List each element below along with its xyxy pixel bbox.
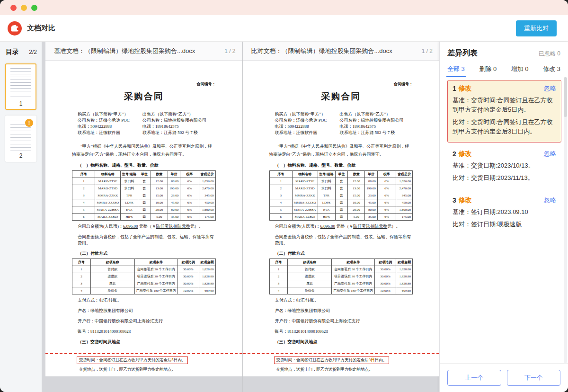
cell: 2 [269, 273, 288, 280]
diff-item-3[interactable]: 3 修改 忽略 基准：签订日期:2023.09.10 比对：签订日期:呗极速版 [447, 192, 561, 235]
cell: 套 [138, 178, 151, 185]
delivery-text: 日内。 [174, 357, 186, 362]
cell: 尾款 [90, 280, 134, 287]
cell: 45.00 [168, 199, 180, 206]
party-a-line: 购买方（以下简称“甲方”） [78, 111, 142, 117]
cell: TPR [318, 192, 335, 199]
table-header-cell: 序号 [72, 171, 95, 178]
party-a-line: 联系地址：泛微软件园 [275, 130, 340, 136]
table-header-cell: 款项条件 [332, 259, 375, 266]
cell: 6 [269, 214, 292, 221]
cell: 23.00 [168, 192, 180, 199]
contract-number-label: 合同编号： [269, 81, 413, 87]
catalog-page-indicator: 2/2 [29, 49, 37, 55]
cell: 6% [377, 192, 396, 199]
base-document-page-indicator: 1 / 2 [221, 48, 235, 54]
diff-compare-text: 比对：签订日期:呗极速版 [453, 220, 556, 229]
table-row: 1首付款合同签署后 30 个工作日内30.00%1,828.80 [269, 266, 413, 273]
cell: 6% [180, 214, 199, 221]
cell: 1 [269, 266, 288, 273]
delivery-diff-highlight: 3日 [369, 357, 375, 362]
tab-added[interactable]: 增加 0 [511, 65, 529, 77]
cell: 6% [180, 178, 199, 185]
diff-items-list: 1 修改 忽略 基准：交货时间:合同签订且在乙方收到甲方支付的定金后5日内。 比… [440, 77, 568, 363]
delivery-place-line: 交货地点：送货上门，即乙方送货到甲方指定的地点。 [77, 367, 223, 373]
table-row: 2MARO-ZTSD水口料套13.00190.006%2,470.00 [72, 185, 216, 192]
payment-table: 序号款项名称款项条件款项比例款项金额 1首付款合同签署后 30 个工作日内30.… [269, 258, 413, 294]
ignore-link[interactable]: 忽略 [544, 84, 556, 93]
delivery-time-diff-box[interactable]: 交货时间：合同签订且在乙方收到甲方支付的定金后5日内。 [77, 356, 188, 364]
cell: LDPE [121, 199, 138, 206]
close-window-button[interactable] [10, 5, 17, 11]
diff-tabs: 全部 3 删除 0 增加 0 修改 3 [440, 58, 568, 77]
cell: 合同签署后 30 个工作日内 [134, 266, 178, 273]
diff-compare-text: 比对：交货时间:合同签订且在乙方收到甲方支付的定金后3日日内。 [453, 117, 556, 136]
cell: 进度款 [90, 273, 134, 280]
catalog-title: 目录 [6, 48, 19, 56]
diff-list-scrollbar[interactable] [564, 77, 567, 363]
tab-deleted[interactable]: 删除 0 [479, 65, 497, 77]
party-a-line: 联系地址：泛微软件园 [78, 130, 142, 136]
amount-prefix: 合同总金额为(人民币)： [275, 224, 320, 229]
compare-content: 签订日期:呗极速版 [471, 221, 522, 228]
compare-content: 交货日期:2023/11/13。 [471, 174, 534, 181]
cell: 水口料 [318, 185, 335, 192]
cell: 产品交付后 30 个工作日内 [332, 280, 375, 287]
cell: 3 [72, 192, 95, 199]
table-header-cell: 序号 [72, 259, 91, 266]
cell: 进度款 [288, 273, 332, 280]
cell: 水口料 [121, 178, 138, 185]
ignore-link[interactable]: 忽略 [544, 150, 556, 158]
cell: 345.00 [199, 192, 215, 199]
table-header-cell: 序号 [269, 259, 288, 266]
ignore-link[interactable]: 忽略 [544, 196, 556, 205]
cell: 35.00 [365, 214, 377, 221]
compare-document-page-indicator: 1 / 2 [418, 48, 433, 54]
cell: 产品交付后 30 个工作日内 [134, 280, 178, 287]
table-header-cell: 序号 [269, 171, 292, 178]
cell: 1,828.80 [396, 266, 413, 273]
zoom-window-button[interactable] [31, 5, 37, 11]
page-thumbnail-2[interactable]: ! 2 [5, 116, 36, 162]
cell: 4 [72, 287, 91, 294]
delivery-time-diff-box[interactable]: 交货时间：合同签订且在乙方收到甲方支付的定金后3日日内。 [274, 356, 390, 364]
cell: 6% [377, 199, 396, 206]
cell: 190.00 [168, 185, 180, 192]
cell: 1,600.00 [396, 206, 413, 214]
next-diff-button[interactable]: 下一个 [507, 370, 561, 386]
app-header: 文档对比 重新比对 [0, 15, 568, 42]
table-header-cell: 单价 [365, 171, 377, 178]
scrollbar-thumb[interactable] [564, 77, 567, 117]
prev-diff-button[interactable]: 上一个 [447, 370, 501, 386]
compare-document-page[interactable]: 合同编号： 采购合同 购买方（以下简称“甲方”）公司名称：泛微今承达 POC电话… [243, 61, 440, 376]
cell: MARO-ZTSE [292, 178, 318, 185]
cell: 12.00 [348, 178, 365, 185]
recompare-button[interactable]: 重新比对 [516, 20, 557, 36]
minimize-window-button[interactable] [21, 5, 27, 11]
contract-parties: 购买方（以下简称“甲方”）公司名称：泛微今承达 POC电话：5094222888… [72, 111, 216, 136]
cell: 175.00 [199, 214, 215, 221]
cell: 2 [269, 185, 292, 192]
diff-item-header: 2 修改 忽略 [453, 150, 556, 158]
party-a-line: 电话：5094222888 [275, 124, 340, 130]
diff-list-panel: 差异列表 已忽略 0 全部 3 删除 0 增加 0 修改 3 1 修改 忽略 基… [439, 42, 568, 392]
tab-modified[interactable]: 修改 3 [543, 65, 560, 77]
base-document-page[interactable]: 合同编号： 采购合同 购买方（以下简称“甲方”）公司名称：泛微今承达 POC电话… [45, 61, 242, 376]
cell: 质保金 [90, 287, 134, 294]
cell: MMRA-ZZKK [95, 192, 121, 199]
amount-chinese: 陆仟零玖拾陆元整 [156, 224, 190, 229]
page-thumbnail-1[interactable]: 1 [5, 63, 36, 110]
cell: 水口料 [121, 185, 138, 192]
cell: 2 [72, 185, 95, 192]
tab-all[interactable]: 全部 3 [447, 65, 465, 77]
diff-number: 3 [453, 196, 456, 204]
cell: 23.00 [365, 192, 377, 199]
diff-item-2[interactable]: 2 修改 忽略 基准：交货日期:2023/10/13。 比对：交货日期:2023… [447, 145, 561, 189]
cell: MARA-ZZBZJ [292, 214, 318, 221]
cell: 45.00 [365, 199, 377, 206]
cell: 20.00 [348, 206, 365, 214]
cell: 套 [335, 192, 348, 199]
table-row: 3尾款产品交付后 30 个工作日内30.00%1,828.80 [269, 280, 413, 287]
diff-item-1[interactable]: 1 修改 忽略 基准：交货时间:合同签订且在乙方收到甲方支付的定金后5日内。 比… [447, 80, 561, 143]
cell: 1,828.80 [199, 273, 215, 280]
